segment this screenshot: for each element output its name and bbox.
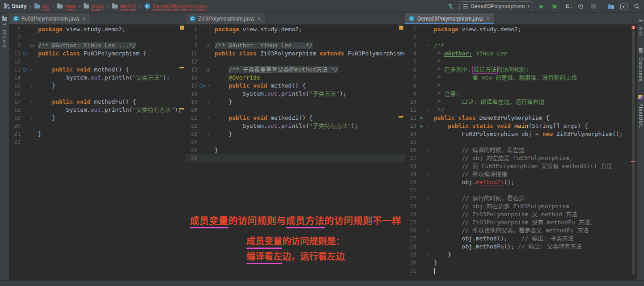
- fold-column[interactable]: [30, 25, 34, 34]
- fold-column[interactable]: [206, 25, 211, 34]
- code-text[interactable]: obj.method(); // 输出: 子类方法: [430, 235, 637, 243]
- code-line[interactable]: 24 // Zi03Polymorphism 又 method 方法: [405, 210, 637, 219]
- code-line[interactable]: 25 // Zi03Polymorphism 没有 methodFu 方法,: [405, 219, 637, 227]
- editor-zi03[interactable]: 1package view.study.demo2;23+/** @Author…: [186, 24, 405, 281]
- line-number[interactable]: 12: [405, 114, 418, 122]
- editor-demo03[interactable]: 1package view.study.demo2;23▾/**4 * @Aut…: [405, 24, 637, 281]
- line-number[interactable]: 5: [405, 58, 418, 66]
- fold-column[interactable]: ▴: [425, 251, 430, 259]
- line-number[interactable]: 1: [186, 25, 199, 34]
- line-number[interactable]: 22: [9, 138, 22, 146]
- code-text[interactable]: * @Author: YiHua Lee: [430, 50, 637, 58]
- run-configuration-select[interactable]: Demo03Polymorphism ▾: [459, 1, 533, 11]
- fold-column[interactable]: ▴: [206, 98, 211, 106]
- line-number[interactable]: 1: [405, 25, 418, 34]
- fold-column[interactable]: ▴: [425, 170, 430, 178]
- code-line[interactable]: 21▾ public void methodZi() {: [186, 114, 405, 122]
- code-text[interactable]: obj.methodFu(); // 输出: 父类特有方法: [430, 243, 637, 251]
- fold-column[interactable]: [425, 114, 430, 122]
- line-number[interactable]: 3: [9, 42, 22, 50]
- code-text[interactable]: // 所以找他的父类，看是否又 methodFu 方法: [430, 227, 637, 235]
- code-line[interactable]: 21: [405, 186, 637, 194]
- run-with-coverage-button[interactable]: C: [563, 2, 572, 11]
- line-number[interactable]: 30: [405, 259, 418, 267]
- code-text[interactable]: package view.study.demo2;: [430, 25, 637, 34]
- tab-close-icon[interactable]: ×: [83, 16, 86, 22]
- line-number[interactable]: 20: [9, 122, 22, 130]
- line-number[interactable]: 22: [186, 122, 199, 130]
- fold-column[interactable]: [30, 34, 34, 42]
- fold-end-icon[interactable]: ▴: [31, 82, 33, 90]
- code-text[interactable]: // obj 的左边是 Fu03Polymorphism,: [430, 154, 637, 162]
- inspection-status-square[interactable]: [180, 25, 184, 30]
- code-line[interactable]: 28 obj.methodFu(); // 输出: 父类特有方法: [405, 243, 637, 251]
- line-number[interactable]: 24: [186, 138, 199, 146]
- code-text[interactable]: public void methodFu() {: [34, 98, 186, 106]
- fold-start-icon[interactable]: ▾: [427, 122, 429, 130]
- code-line[interactable]: 16: [9, 90, 186, 98]
- fold-start-icon[interactable]: ▾: [208, 82, 210, 90]
- fold-start-icon[interactable]: ▾: [208, 114, 210, 122]
- line-number[interactable]: 28: [405, 243, 418, 251]
- code-text[interactable]: /** @Author: YiHua Lee ...*/: [211, 42, 405, 50]
- code-text[interactable]: // obj 的右边是 Zi03Polymorphism: [430, 202, 637, 210]
- code-text[interactable]: [34, 122, 186, 130]
- code-text[interactable]: [211, 34, 405, 42]
- code-line[interactable]: 3▾/**: [405, 42, 637, 50]
- code-text[interactable]: public class Demo03Polymorphism {: [430, 114, 637, 122]
- line-number[interactable]: 26: [186, 154, 199, 162]
- fold-column[interactable]: [425, 154, 430, 162]
- fold-column[interactable]: [30, 130, 34, 138]
- code-line[interactable]: 18 // 而 Fu03Polymorphism 又没有 methodZi() …: [405, 162, 637, 170]
- fold-column[interactable]: [425, 138, 430, 146]
- fold-end-icon[interactable]: ▴: [427, 227, 429, 235]
- line-number[interactable]: 24: [405, 210, 418, 219]
- code-line[interactable]: 12: [186, 58, 405, 66]
- code-line[interactable]: 1package view.study.demo2;: [405, 25, 637, 34]
- line-number[interactable]: 3: [186, 42, 199, 50]
- code-text[interactable]: }: [34, 130, 186, 138]
- code-text[interactable]: }: [34, 114, 186, 122]
- code-text[interactable]: @Override: [211, 74, 405, 82]
- code-line[interactable]: 13+ /** 子类覆盖重写父类的method方法 */: [186, 66, 405, 74]
- code-text[interactable]: // Zi03Polymorphism 没有 methodFu 方法,: [430, 219, 637, 227]
- run-button[interactable]: ▶: [537, 2, 546, 11]
- code-line[interactable]: 12: [9, 58, 186, 66]
- fold-column[interactable]: [425, 90, 430, 98]
- fold-column[interactable]: [206, 90, 211, 98]
- code-line[interactable]: 12▶public class Demo03Polymorphism {: [405, 114, 637, 122]
- code-line[interactable]: 23 // obj 的右边是 Zi03Polymorphism: [405, 202, 637, 210]
- line-number[interactable]: 15: [9, 82, 22, 90]
- fold-column[interactable]: [206, 74, 211, 82]
- code-text[interactable]: }: [430, 259, 637, 267]
- editor-tab-zi03[interactable]: CZi03Polymorphism.java×: [186, 13, 265, 24]
- code-line[interactable]: 1package view.study.demo2;: [186, 25, 405, 34]
- fold-column[interactable]: [425, 82, 430, 90]
- fold-end-icon[interactable]: ▴: [31, 114, 33, 122]
- toolwindow-ant[interactable]: Ant: [638, 17, 644, 36]
- code-text[interactable]: [211, 138, 405, 146]
- code-line[interactable]: 15: [405, 138, 637, 146]
- code-text[interactable]: System.out.println("父类特有方法");: [34, 106, 186, 114]
- toolwindow-project[interactable]: 1: Project: [0, 16, 9, 48]
- code-text[interactable]: // 所以编译报错: [430, 170, 637, 178]
- fold-end-icon[interactable]: ▴: [427, 106, 429, 114]
- line-number[interactable]: 13: [405, 122, 418, 130]
- fold-end-icon[interactable]: ▴: [208, 98, 210, 106]
- code-text[interactable]: [211, 58, 405, 66]
- code-line[interactable]: 13▶▾ public static void main(String[] ar…: [405, 122, 637, 130]
- code-text[interactable]: Fu03Polymorphism obj = new Zi03Polymorph…: [430, 130, 637, 138]
- fold-end-icon[interactable]: ▴: [427, 170, 429, 178]
- code-line[interactable]: 27 obj.method(); // 输出: 子类方法: [405, 235, 637, 243]
- line-number[interactable]: 12: [9, 58, 22, 66]
- fold-column[interactable]: [425, 25, 430, 34]
- code-text[interactable]: [430, 267, 637, 275]
- line-number[interactable]: 4: [405, 50, 418, 58]
- code-line[interactable]: 14 Fu03Polymorphism obj = new Zi03Polymo…: [405, 130, 637, 138]
- line-number[interactable]: 9: [405, 90, 418, 98]
- run-anything-button[interactable]: ▶: [619, 2, 628, 11]
- code-text[interactable]: public static void main(String[] args) {: [430, 122, 637, 130]
- code-line[interactable]: 26▴ // 所以找他的父类，看是否又 methodFu 方法: [405, 227, 637, 235]
- code-text[interactable]: * 在多态中，成员方法的访问规则:: [430, 66, 637, 74]
- line-number[interactable]: 21: [186, 114, 199, 122]
